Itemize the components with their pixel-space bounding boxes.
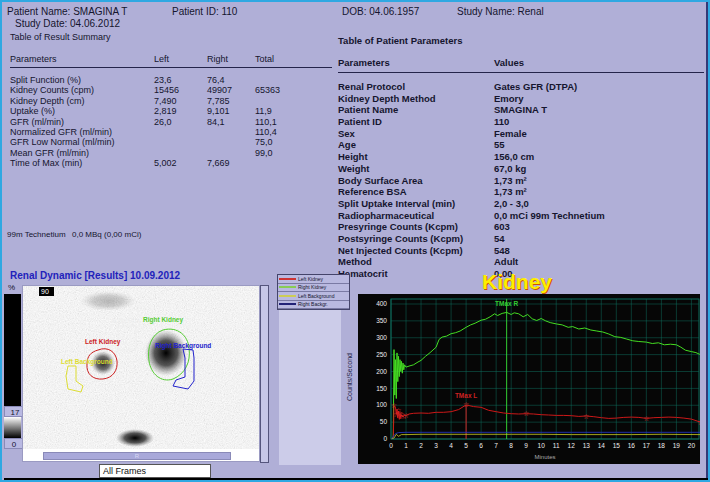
- patient-id-text: Patient ID: 110: [172, 6, 237, 17]
- legend-item: Left Kidney: [278, 275, 349, 284]
- result-right: 76,4: [207, 75, 255, 85]
- param-value: Female: [494, 128, 527, 140]
- svg-text:☆: ☆: [643, 415, 649, 422]
- result-total: 110,1: [255, 117, 305, 127]
- legend-line-swatch: [279, 295, 296, 297]
- param-value: 54: [494, 233, 505, 245]
- result-row: Normalized GFR (ml/min) 110,4: [10, 127, 332, 137]
- param-value: 2,0 - 3,0: [494, 198, 529, 210]
- col-total: Total: [255, 54, 305, 64]
- result-param: Mean GFR (ml/min): [10, 148, 154, 158]
- result-param: Split Function (%): [10, 75, 154, 85]
- percent-label: %: [8, 283, 15, 292]
- param-name: Reference BSA: [338, 186, 494, 198]
- result-left: 5,002: [154, 158, 207, 168]
- result-param: Time of Max (min): [10, 158, 154, 168]
- result-right: 7,669: [207, 158, 255, 168]
- colorbar-min-value: 0: [4, 438, 24, 449]
- patient-param-row: Weight 67,0 kg: [338, 163, 704, 175]
- param-value: 0,0 mCi 99m Technetium: [494, 210, 605, 222]
- renogram-chart: 0501001502002503003504000123456789101112…: [358, 294, 700, 464]
- svg-text:19: 19: [673, 442, 681, 449]
- result-row: Kidney Counts (cpm) 15456 49907 65363: [10, 85, 332, 95]
- param-value: 110: [494, 116, 509, 128]
- result-row: Kidney Depth (cm) 7,490 7,785: [10, 96, 332, 106]
- result-row: GFR (ml/min) 26,0 84,1 110,1: [10, 117, 332, 127]
- result-param: GFR Low Normal (ml/min): [10, 137, 154, 147]
- patient-param-row: Radiopharmaceutical 0,0 mCi 99m Techneti…: [338, 210, 704, 222]
- scintigraphy-image[interactable]: Aorta ROI Right Kidney Left Kidney Right…: [22, 285, 260, 462]
- result-total: 75,0: [255, 137, 305, 147]
- image-panel-title: Renal Dynamic [Results] 10.09.2012: [10, 270, 180, 281]
- param-name: Split Uptake Interval (min): [338, 198, 494, 210]
- patient-param-row: Patient ID 110: [338, 116, 704, 128]
- legend-line-swatch: [279, 286, 296, 288]
- patient-parameters-header: Parameters Values: [338, 57, 704, 73]
- svg-text:14: 14: [598, 442, 606, 449]
- patient-param-row: Body Surface Area 1,73 m²: [338, 175, 704, 187]
- legend-label: Right Kidney: [298, 284, 326, 290]
- svg-text:250: 250: [376, 351, 387, 358]
- svg-text:200: 200: [376, 368, 387, 375]
- all-frames-selector[interactable]: All Frames: [99, 464, 211, 478]
- svg-text:8: 8: [509, 442, 513, 449]
- frame-scrollbar[interactable]: R: [43, 452, 231, 460]
- svg-text:11: 11: [553, 442, 560, 449]
- svg-text:20: 20: [688, 442, 696, 449]
- right-kidney-roi-label: Right Kidney: [143, 316, 183, 324]
- result-total: 11,9: [255, 106, 305, 116]
- param-name: Presyringe Counts (Kcpm): [338, 221, 494, 233]
- param-name: Sex: [338, 128, 494, 140]
- param-value: 67,0 kg: [494, 163, 526, 175]
- patient-param-row: Net Injected Counts (Kcpm) 548: [338, 245, 704, 257]
- param-value: 1,73 m²: [494, 175, 527, 187]
- result-param: Kidney Counts (cpm): [10, 85, 154, 95]
- chart-y-axis-label: Counts/Second: [346, 327, 356, 427]
- result-right: 7,785: [207, 96, 255, 106]
- svg-text:4: 4: [449, 442, 453, 449]
- param-value: 603: [494, 221, 510, 233]
- renal-scintigram[interactable]: Aorta ROI Right Kidney Left Kidney Right…: [23, 286, 259, 449]
- svg-text:15: 15: [613, 442, 621, 449]
- svg-text:12: 12: [568, 442, 576, 449]
- patient-param-row: Patient Name SMAGINA T: [338, 104, 704, 116]
- result-param: Uptake (%): [10, 106, 154, 116]
- result-summary-header: Parameters Left Right Total: [10, 54, 332, 68]
- param-value: 55: [494, 139, 505, 151]
- result-left: 15456: [154, 85, 207, 95]
- svg-text:☆: ☆: [463, 401, 469, 408]
- result-total: [255, 75, 305, 85]
- result-right: 9,101: [207, 106, 255, 116]
- result-right: 84,1: [207, 117, 255, 127]
- legend-label: Right Backgr.: [298, 301, 328, 307]
- param-name: Age: [338, 139, 494, 151]
- study-date-text: Study Date: 04.06.2012: [15, 18, 120, 29]
- dob-text: DOB: 04.06.1957: [342, 6, 419, 17]
- param-value: 548: [494, 245, 510, 257]
- param-name: Net Injected Counts (Kcpm): [338, 245, 494, 257]
- legend-label: Left Background: [298, 293, 334, 299]
- result-param: GFR (ml/min): [10, 117, 154, 127]
- image-side-scrollbar[interactable]: [260, 285, 269, 463]
- result-total: [255, 158, 305, 168]
- param-value: Emory: [494, 93, 524, 105]
- result-total: [255, 96, 305, 106]
- svg-text:☆: ☆: [523, 410, 529, 417]
- legend-item: Right Kidney: [278, 284, 349, 293]
- svg-text:6: 6: [479, 442, 483, 449]
- result-left: 2,819: [154, 106, 207, 116]
- svg-text:300: 300: [376, 334, 387, 341]
- svg-text:16: 16: [628, 442, 636, 449]
- patient-param-row: Height 156,0 cm: [338, 151, 704, 163]
- patient-param-row: Reference BSA 1,73 m²: [338, 186, 704, 198]
- param-name: Height: [338, 151, 494, 163]
- svg-text:5: 5: [464, 442, 468, 449]
- result-row: GFR Low Normal (ml/min) 75,0: [10, 137, 332, 147]
- faint-uptake-blob: [80, 291, 136, 311]
- result-row: Time of Max (min) 5,002 7,669: [10, 158, 332, 168]
- result-right: [207, 148, 255, 158]
- col-parameters: Parameters: [338, 57, 494, 68]
- param-value: 1,73 m²: [494, 186, 527, 198]
- svg-text:10: 10: [538, 442, 546, 449]
- patient-param-row: Renal Protocol Gates GFR (DTPA): [338, 81, 704, 93]
